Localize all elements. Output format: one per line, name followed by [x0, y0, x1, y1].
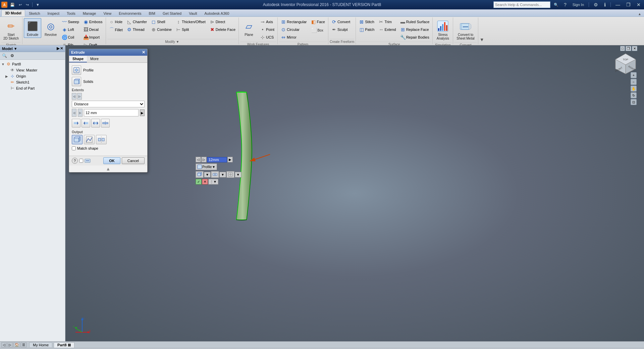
search-icon[interactable]: 🔍 [552, 3, 560, 7]
bottom-nav-left[interactable]: ◁ [1, 342, 7, 347]
extrude-distance-input[interactable] [84, 109, 139, 116]
btn-sculpt[interactable]: ✒ Sculpt [330, 26, 352, 33]
bottom-nav-home[interactable]: 🏠 [13, 342, 20, 347]
viewport-close-btn[interactable]: ✕ [632, 46, 637, 51]
nav-fit[interactable]: ⊡ [631, 99, 637, 105]
tab-autodesk-a360[interactable]: Autodesk A360 [201, 10, 233, 16]
extrude-tab-shape[interactable]: Shape [69, 56, 87, 62]
btn-convert-freeform[interactable]: ⟳ Convert [330, 18, 352, 26]
extrude-dir-btn-3[interactable] [91, 119, 100, 128]
btn-ruled-surface[interactable]: ▬ Ruled Surface [398, 18, 431, 26]
extrude-extents-select[interactable]: Distance To Next To From/To All [72, 101, 145, 107]
btn-repair-bodies[interactable]: 🔧 Repair Bodies [398, 34, 431, 41]
nav-zoom-out[interactable]: − [631, 79, 637, 85]
btn-delete-face[interactable]: ✖ Delete Face [208, 26, 237, 33]
mini-sym-dropdown[interactable]: ▼ [219, 172, 226, 178]
tab-3d-model[interactable]: 3D Model [1, 10, 25, 16]
minimize-button[interactable]: — [613, 1, 622, 8]
extrude-solids-btn[interactable] [72, 77, 81, 86]
extrude-ok-btn[interactable]: OK [103, 157, 120, 164]
btn-start-2d-sketch[interactable]: ✏ Start2D Sketch [1, 18, 21, 42]
help-icon[interactable]: ? [562, 1, 569, 8]
tab-vault[interactable]: Vault [185, 10, 201, 16]
mini-profile-btn[interactable]: Profile ▼ [196, 163, 217, 170]
extrude-footer-checkbox[interactable] [79, 159, 83, 163]
tree-item-origin[interactable]: ▶ ⊹ Origin [5, 73, 64, 79]
model-header[interactable]: Model ▼ ▶ ✕ [0, 45, 65, 52]
btn-decal[interactable]: 🖼 Decal [82, 26, 104, 33]
mini-sym-btn[interactable] [211, 171, 219, 178]
tab-view[interactable]: View [100, 10, 115, 16]
close-button[interactable]: ✕ [635, 1, 643, 8]
tree-item-sketch1[interactable]: ✏ Sketch1 [5, 79, 64, 85]
bottom-nav-right[interactable]: ▷ [7, 342, 13, 347]
tree-expand-part8[interactable]: ▼ [1, 62, 5, 66]
btn-direct[interactable]: ⊳ Direct [208, 18, 237, 26]
btn-emboss[interactable]: ◉ Emboss [82, 18, 104, 26]
model-tool-settings[interactable]: ⚙ [9, 53, 15, 59]
btn-extend[interactable]: ↔ Extend [377, 26, 397, 33]
tab-bim[interactable]: BIM [145, 10, 159, 16]
extrude-dist-btn-left[interactable]: ◁ [72, 109, 76, 117]
btn-thread[interactable]: ⚙ Thread [125, 26, 149, 33]
btn-rectangular[interactable]: ⊞ Rectangular [279, 18, 308, 26]
extrude-extent-dir-btn2[interactable]: ▷ [77, 93, 82, 100]
ribbon-collapse[interactable]: ▲ [637, 11, 643, 16]
qat-generic[interactable]: ▼ [35, 2, 41, 7]
btn-shell[interactable]: ◻ Shell [149, 18, 173, 26]
btn-fillet[interactable]: ⌒ Fillet [107, 26, 124, 34]
extrude-match-shape-checkbox[interactable] [72, 146, 76, 150]
btn-patch[interactable]: ◫ Patch [357, 26, 376, 33]
btn-mirror[interactable]: ⇔ Mirror [279, 34, 308, 41]
extrude-dist-btn-right[interactable]: ▷ [78, 109, 83, 117]
model-close-btn[interactable]: ✕ [60, 46, 63, 51]
extrude-symmetric-btn[interactable] [96, 135, 107, 144]
extrude-output-surface-btn[interactable] [84, 135, 95, 144]
mini-distance-arrow[interactable]: ▶ [227, 157, 233, 162]
restore-button[interactable]: ❐ [624, 1, 633, 8]
btn-hole[interactable]: ○ Hole [107, 18, 124, 26]
tree-item-part8[interactable]: ▼ ⚙ Part8 [1, 61, 64, 67]
search-input[interactable] [493, 1, 550, 8]
btn-revolve[interactable]: ◎ Revolve [42, 18, 59, 38]
mini-cancel-btn[interactable]: ✕ [202, 179, 208, 185]
mini-ok-btn[interactable]: ✓ [196, 179, 202, 185]
viewport-maximize-btn[interactable]: □ [620, 46, 625, 51]
tree-item-end-of-part[interactable]: ⊢ End of Part [5, 85, 64, 91]
tab-manage[interactable]: Manage [79, 10, 100, 16]
mini-extent-btn-left[interactable]: ◁ [196, 157, 201, 162]
tab-environments[interactable]: Environments [115, 10, 145, 16]
extrude-dist-arrow-btn[interactable]: ▶ [140, 109, 145, 116]
ribbon-options-btn[interactable]: ▼ [479, 36, 485, 43]
btn-chamfer[interactable]: ◺ Chamfer [125, 18, 149, 26]
btn-stitch[interactable]: ⊠ Stitch [357, 18, 376, 26]
extrude-dir-btn-2[interactable] [82, 119, 90, 128]
model-expand-btn[interactable]: ▶ [57, 46, 59, 51]
qat-redo[interactable]: ↪ [24, 2, 30, 7]
extrude-dir-btn-4[interactable] [101, 119, 110, 128]
btn-box[interactable]: ⬜ Box [309, 26, 326, 35]
sign-in-btn[interactable]: Sign In [571, 2, 586, 7]
tab-part8[interactable]: Part8 ⊠ [54, 342, 74, 348]
info-icon[interactable]: ℹ [602, 1, 608, 8]
tab-inspect[interactable]: Inspect [44, 10, 63, 16]
tree-item-view-master[interactable]: 👁 View: Master [5, 67, 64, 73]
mini-options-btn[interactable]: ⋮▼ [208, 179, 218, 185]
btn-sweep[interactable]: 〰 Sweep [60, 18, 81, 26]
extrude-profile-btn[interactable] [72, 65, 81, 75]
extrude-cancel-btn[interactable]: Cancel [122, 157, 145, 164]
btn-point[interactable]: • Point [258, 26, 276, 33]
btn-coil[interactable]: 🌀 Coil [60, 34, 81, 41]
extrude-extent-dir-btn1[interactable]: ◁ [72, 93, 76, 100]
btn-trim[interactable]: ✂ Trim [377, 18, 397, 26]
tab-tools[interactable]: Tools [63, 10, 79, 16]
model-tool-filter[interactable]: 🔍 [1, 53, 8, 59]
btn-split[interactable]: ⊢ Split [174, 26, 207, 33]
extrude-tab-more[interactable]: More [87, 56, 102, 62]
btn-convert-sheet-metal[interactable]: → Convert toSheet Metal [454, 18, 476, 42]
tree-expand-origin[interactable]: ▶ [5, 74, 9, 78]
extrude-help-btn[interactable]: ? [72, 158, 78, 164]
mini-profile-dropdown[interactable]: ▼ [212, 165, 215, 169]
extrude-output-solid-btn[interactable] [72, 135, 83, 144]
btn-replace-face[interactable]: ⊞ Replace Face [398, 26, 431, 33]
